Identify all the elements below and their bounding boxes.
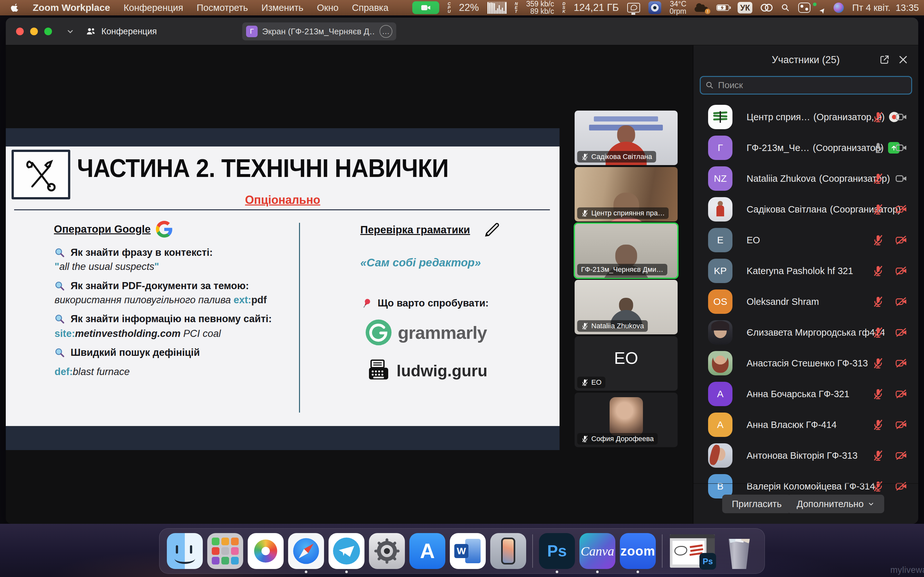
- siri-icon[interactable]: [834, 3, 844, 13]
- dock-item-canva[interactable]: Canva: [580, 533, 615, 569]
- close-window-button[interactable]: [16, 27, 24, 35]
- istat-monitor-icon[interactable]: [627, 3, 640, 13]
- camera-off-icon[interactable]: [895, 388, 907, 400]
- dock-item-launchpad[interactable]: [207, 533, 243, 569]
- mic-muted-icon[interactable]: [872, 388, 884, 400]
- avatar: [708, 320, 732, 345]
- video-tile-2[interactable]: Центр сприяння пра…: [575, 167, 678, 221]
- dock-item-safari[interactable]: [288, 533, 324, 569]
- mic-muted-icon[interactable]: [872, 234, 884, 246]
- menu-app-name[interactable]: Zoom Workplace: [33, 2, 110, 13]
- video-tile-5[interactable]: EO EO: [575, 336, 678, 391]
- dock-item-photoshop[interactable]: Ps: [539, 533, 575, 569]
- more-button[interactable]: Дополнительно: [787, 495, 884, 513]
- camera-icon[interactable]: [895, 111, 907, 123]
- menu-Посмотреть[interactable]: Посмотреть: [197, 3, 248, 13]
- camera-off-icon[interactable]: [895, 357, 907, 369]
- participant-search[interactable]: [700, 76, 912, 95]
- mic-muted-icon[interactable]: [581, 435, 589, 443]
- dock-item-word[interactable]: W: [450, 533, 486, 569]
- cpu-value[interactable]: 22%: [459, 2, 479, 13]
- search-input[interactable]: [718, 80, 907, 90]
- dock-item-iphone[interactable]: [490, 533, 526, 569]
- spotlight-search-icon[interactable]: [781, 3, 790, 12]
- mic-muted-icon[interactable]: [872, 172, 884, 185]
- menu-Справка[interactable]: Справка: [352, 3, 389, 13]
- temp-fan-readout[interactable]: 34°C 0rpm: [670, 0, 686, 15]
- video-tile-1[interactable]: Садікова Світлана: [575, 111, 678, 165]
- menu-Изменить[interactable]: Изменить: [262, 3, 304, 13]
- mic-muted-icon[interactable]: [581, 379, 589, 386]
- mic-muted-icon[interactable]: [872, 295, 884, 308]
- participant-row[interactable]: Анастасія Стешенко ГФ-313: [693, 348, 918, 379]
- input-source-badge[interactable]: УК: [738, 2, 752, 13]
- participant-row[interactable]: А Анна Бочарська ГФ-321: [693, 379, 918, 409]
- camera-off-icon[interactable]: [895, 234, 907, 246]
- fan-icon[interactable]: [648, 1, 661, 14]
- participant-row[interactable]: E EO: [693, 225, 918, 255]
- participant-row[interactable]: KP Kateryna Pasholok hf 321: [693, 255, 918, 286]
- participant-row[interactable]: Єлизавета Миргородська гф414сп: [693, 317, 918, 348]
- video-tile-6[interactable]: София Дорофеева: [575, 393, 678, 447]
- avatar: KP: [708, 259, 732, 283]
- mic-muted-icon[interactable]: [872, 265, 884, 277]
- dock-item-pswin[interactable]: Ps: [669, 533, 717, 569]
- mic-muted-icon[interactable]: [872, 111, 884, 123]
- mic-muted-icon[interactable]: [872, 450, 884, 462]
- battery-icon[interactable]: [716, 5, 729, 11]
- dock-item-finder[interactable]: [167, 533, 203, 569]
- dock-item-photos[interactable]: [248, 533, 284, 569]
- net-speeds[interactable]: 359 kb/c 89 kb/c: [526, 0, 554, 15]
- chevron-down-icon[interactable]: [66, 27, 74, 35]
- participant-row[interactable]: Антонова Вікторія ГФ-313: [693, 440, 918, 471]
- camera-icon[interactable]: [895, 172, 907, 185]
- apple-logo-icon[interactable]: [11, 3, 19, 13]
- dsk-value[interactable]: 124,21 ГБ: [573, 2, 619, 13]
- cloud-sync-icon[interactable]: !: [695, 7, 708, 12]
- mic-icon[interactable]: [872, 142, 884, 154]
- mic-muted-icon[interactable]: [872, 326, 884, 338]
- mic-muted-icon[interactable]: [581, 210, 589, 217]
- camera-off-icon[interactable]: [895, 265, 907, 277]
- close-panel-icon[interactable]: [898, 54, 909, 65]
- invite-button[interactable]: Пригласить: [722, 495, 791, 513]
- camera-off-icon[interactable]: [895, 295, 907, 308]
- dock-item-telegram[interactable]: [328, 533, 365, 569]
- menu-Окно[interactable]: Окно: [317, 3, 338, 13]
- mic-muted-icon[interactable]: [581, 153, 589, 161]
- popout-panel-icon[interactable]: [879, 54, 890, 65]
- word-w-badge: W: [454, 544, 468, 558]
- camera-active-indicator[interactable]: [412, 1, 439, 14]
- slide-optional-label: Опціонально: [6, 193, 559, 207]
- control-center-icon[interactable]: [798, 3, 811, 13]
- camera-off-icon[interactable]: [895, 419, 907, 431]
- dock-item-settings[interactable]: [369, 533, 405, 569]
- tab-shared-screen[interactable]: Г Экран (ГФ-213м_Черняєв Д… …: [242, 23, 396, 40]
- menu-Конференция[interactable]: Конференция: [124, 3, 183, 13]
- video-tile-4[interactable]: Nataliia Zhukova: [575, 280, 678, 334]
- menu-clock[interactable]: Пт 4 квіт. 13:35: [852, 3, 919, 13]
- tab-meeting-home[interactable]: Конференция: [86, 23, 157, 39]
- camera-icon[interactable]: [895, 142, 907, 154]
- dock-item-appstore[interactable]: A: [409, 533, 445, 569]
- participant-row[interactable]: Садікова Світлана (Соорганизатор): [693, 194, 918, 225]
- participant-row[interactable]: Г ГФ-213м_Че… (Соорганизатор): [693, 132, 918, 163]
- dock-item-trash[interactable]: [721, 533, 757, 569]
- linked-rings-icon[interactable]: [761, 4, 772, 11]
- dock-item-zoom[interactable]: zoom: [620, 533, 656, 569]
- mic-muted-icon[interactable]: [872, 357, 884, 369]
- camera-off-icon[interactable]: [895, 450, 907, 462]
- maximize-window-button[interactable]: [44, 27, 52, 35]
- mic-muted-icon[interactable]: [872, 419, 884, 431]
- camera-off-icon[interactable]: [895, 326, 907, 338]
- minimize-window-button[interactable]: [30, 27, 38, 35]
- tab-more-button[interactable]: …: [380, 25, 393, 38]
- camera-off-icon[interactable]: [895, 203, 907, 215]
- participant-row[interactable]: Центр сприя… (Организатор, я): [693, 102, 918, 132]
- mic-muted-icon[interactable]: [581, 322, 589, 330]
- video-tile-3[interactable]: ГФ-213м_Черняєв Дми…: [575, 223, 678, 278]
- participant-row[interactable]: OS Oleksandr Shram: [693, 286, 918, 317]
- participant-row[interactable]: А Анна Власюк ГФ-414: [693, 409, 918, 440]
- participant-row[interactable]: NZ Nataliia Zhukova (Соорганизатор): [693, 163, 918, 194]
- mic-muted-icon[interactable]: [872, 203, 884, 215]
